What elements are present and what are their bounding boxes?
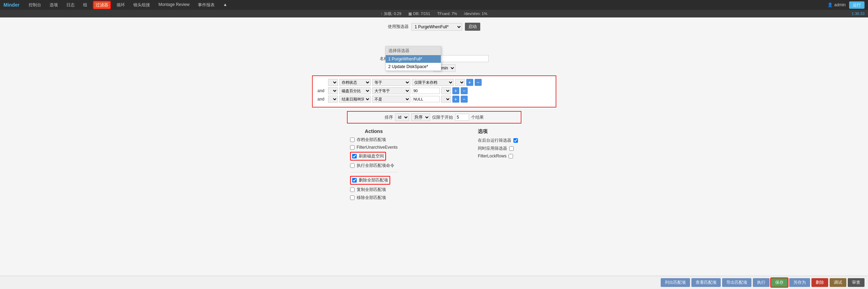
actions-section: Actions 存档全部匹配项 FilterUnarchiveEvents 刷新… xyxy=(350,128,398,201)
divider xyxy=(350,172,398,172)
option-label-2: FilterLockRows xyxy=(478,154,506,158)
actions-list: 存档全部匹配项 FilterUnarchiveEvents 刷新磁盘空间 执行全… xyxy=(350,137,398,201)
nav-item-loop[interactable]: 循环 xyxy=(114,1,127,9)
option-item-1: 同时应用筛选器 xyxy=(478,146,514,151)
option-checkbox-2[interactable] xyxy=(509,154,513,158)
current-time: 1:36:33 xyxy=(852,12,865,16)
nav-item-review[interactable]: Montage Review xyxy=(156,1,192,9)
action-label-0: 存档全部匹配项 xyxy=(357,137,386,143)
status-tfcard: TFcard: 7% xyxy=(437,12,457,16)
conditions-box: ▼ 存档状态 等于 仅限于未存档 ▼ + − and ▼ 磁盘百分比 大于等于 xyxy=(312,75,556,108)
action-item-5: 复制全部匹配项 xyxy=(350,187,386,193)
action-checkbox-6[interactable] xyxy=(350,195,355,200)
tfcard-value: TFcard: 7% xyxy=(437,12,457,16)
cond-op-2[interactable]: 大于等于 xyxy=(372,87,410,94)
dropdown-item-1[interactable]: 1 PurgeWhenFull* xyxy=(386,55,441,63)
cond-plus-2[interactable]: + xyxy=(452,87,459,94)
cond-toggle-1[interactable]: ▼ xyxy=(328,79,338,86)
order-direction-select[interactable]: 升序 xyxy=(411,113,430,121)
action-item-4: 删除全部匹配项 xyxy=(350,176,390,185)
run-button[interactable]: 运行 xyxy=(849,1,865,9)
status-bar: ↑ 加载: 0.29 ▦ DB: 7/151 TFcard: 7% /dev/s… xyxy=(0,10,868,17)
top-nav: Minder 控制台 选项 日志 组 过滤器 循环 镜头组接 Montage R… xyxy=(0,0,868,10)
cond-plus-3[interactable]: + xyxy=(452,96,459,103)
load-value: 加载: 0.29 xyxy=(384,11,401,16)
btn-save[interactable]: 保存 xyxy=(771,278,788,287)
nav-item-options[interactable]: 选项 xyxy=(47,1,60,9)
options-section: 选项 在后台运行筛选器 同时应用筛选器 FilterLockRows xyxy=(478,128,518,201)
order-label: 排序 xyxy=(385,114,393,120)
cond-val-1[interactable]: 仅限于未存档 xyxy=(412,79,454,86)
preset-label: 使用预选器 xyxy=(388,24,409,30)
status-db: ▦ DB: 7/151 xyxy=(408,12,430,16)
action-label-4: 删除全部匹配项 xyxy=(359,177,388,183)
dev-value: /dev/shm: 1% xyxy=(464,12,488,16)
action-checkbox-4[interactable] xyxy=(352,178,357,183)
nav-item-console[interactable]: 控制台 xyxy=(27,1,43,9)
action-checkbox-3[interactable] xyxy=(350,163,355,168)
dropdown-header: 选择筛选器 xyxy=(386,46,441,55)
nav-expand-icon[interactable]: ▲ xyxy=(221,1,229,9)
nav-items: 控制台 选项 日志 组 过滤器 循环 镜头组接 Montage Review 事… xyxy=(27,1,229,9)
user-icon: 👤 xyxy=(828,2,833,7)
order-field-select[interactable]: id xyxy=(395,113,409,121)
nav-item-group[interactable]: 组 xyxy=(81,1,89,9)
btn-settings[interactable]: 审查 xyxy=(848,278,865,287)
cond-op-3[interactable]: 不是 xyxy=(372,96,410,103)
cond-val-input-3[interactable] xyxy=(412,96,440,102)
cond-field-1[interactable]: 存档状态 xyxy=(339,79,371,86)
db-icon: ▦ xyxy=(408,12,412,16)
option-checkbox-0[interactable] xyxy=(513,138,518,143)
btn-view-match[interactable]: 查看匹配项 xyxy=(691,278,721,287)
btn-list-match[interactable]: 列出匹配项 xyxy=(661,278,690,287)
options-list: 在后台运行筛选器 同时应用筛选器 FilterLockRows xyxy=(478,138,518,158)
preset-back-button[interactable]: 启动 xyxy=(465,23,480,31)
action-checkbox-1[interactable] xyxy=(350,145,355,150)
dropdown-item-2[interactable]: 2 Update DiskSpace* xyxy=(386,63,441,71)
action-label-1: FilterUnarchiveEvents xyxy=(357,145,398,150)
preset-select[interactable]: 1 PurgeWhenFull* 2 Update DiskSpace* xyxy=(411,23,462,31)
btn-debug[interactable]: 调试 xyxy=(830,278,846,287)
action-label-3: 执行全部匹配项命令 xyxy=(357,163,394,169)
option-item-0: 在后台运行筛选器 xyxy=(478,138,518,143)
option-label-0: 在后台运行筛选器 xyxy=(478,138,511,143)
cond-op-1[interactable]: 等于 xyxy=(372,79,410,86)
option-item-2: FilterLockRows xyxy=(478,154,513,158)
option-checkbox-1[interactable] xyxy=(509,146,514,151)
action-checkbox-2[interactable] xyxy=(352,154,357,158)
cond-field-3[interactable]: 结束日期/时间 xyxy=(339,96,371,103)
cond-toggle-2[interactable]: ▼ xyxy=(328,87,338,94)
nav-item-montage[interactable]: 镜头组接 xyxy=(131,1,152,9)
cond-plus-1[interactable]: + xyxy=(466,79,473,86)
btn-execute[interactable]: 执行 xyxy=(753,278,770,287)
action-item-0: 存档全部匹配项 xyxy=(350,137,386,143)
btn-export-match[interactable]: 导出匹配项 xyxy=(722,278,751,287)
action-label-2: 刷新磁盘空间 xyxy=(359,153,384,159)
action-checkbox-5[interactable] xyxy=(350,187,355,192)
nav-item-log[interactable]: 日志 xyxy=(64,1,77,9)
status-dev: /dev/shm: 1% xyxy=(464,12,488,16)
cond-minus-2[interactable]: − xyxy=(461,87,468,94)
user-area: 👤 admin xyxy=(828,2,846,7)
cond-extra-1[interactable]: ▼ xyxy=(455,79,465,86)
action-item-1: FilterUnarchiveEvents xyxy=(350,145,398,150)
action-checkbox-0[interactable] xyxy=(350,138,355,142)
preset-dropdown: 选择筛选器 1 PurgeWhenFull* 2 Update DiskSpac… xyxy=(385,46,441,71)
cond-field-2[interactable]: 磁盘百分比 xyxy=(339,87,371,94)
preset-row: 使用预选器 1 PurgeWhenFull* 2 Update DiskSpac… xyxy=(7,23,861,31)
cond-minus-3[interactable]: − xyxy=(461,96,468,103)
action-item-3: 执行全部匹配项命令 xyxy=(350,163,394,169)
btn-save-as[interactable]: 另存为 xyxy=(789,278,810,287)
cond-and-3: and xyxy=(316,97,327,102)
nav-item-filter[interactable]: 过滤器 xyxy=(94,1,110,9)
nav-item-events[interactable]: 事件报表 xyxy=(196,1,217,9)
cond-extra-2[interactable]: ▼ xyxy=(441,87,451,94)
cond-toggle-3[interactable]: ▼ xyxy=(328,96,338,103)
cond-extra-3[interactable]: ▼ xyxy=(441,96,451,103)
action-label-6: 移除全部匹配项 xyxy=(357,195,386,201)
bottom-action-bar: 列出匹配项 查看匹配项 导出匹配项 执行 保存 另存为 删除 调试 审查 xyxy=(0,276,868,289)
btn-delete[interactable]: 删除 xyxy=(811,278,828,287)
cond-val-input-2[interactable] xyxy=(412,88,440,94)
cond-minus-1[interactable]: − xyxy=(475,79,482,86)
order-limit-input[interactable] xyxy=(455,114,469,121)
